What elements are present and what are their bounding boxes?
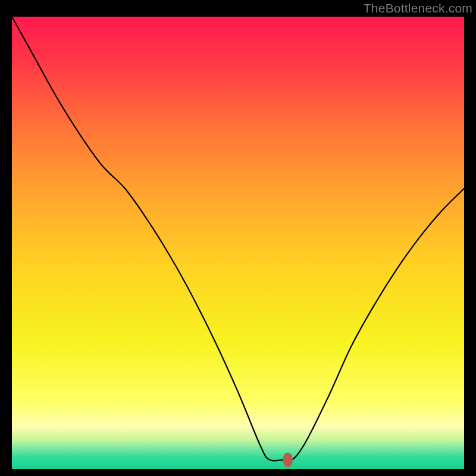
chart-container: TheBottleneck.com (0, 0, 476, 476)
chart-svg (12, 17, 464, 469)
gradient-background (12, 17, 464, 469)
bottleneck-plot (12, 17, 464, 469)
optimal-point-marker (283, 453, 293, 467)
watermark-text: TheBottleneck.com (364, 1, 472, 15)
